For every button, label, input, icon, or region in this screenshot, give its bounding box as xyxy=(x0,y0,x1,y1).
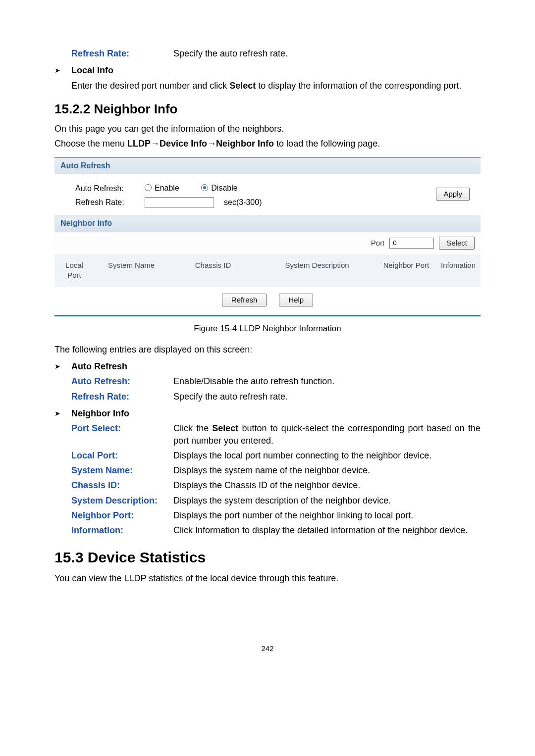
p-15-2-2-2: Choose the menu LLDP→Device Info→Neighbo… xyxy=(54,138,481,150)
radio-icon-disable xyxy=(201,184,208,191)
heading-local-info: Local Info xyxy=(71,64,113,76)
radio-icon-enable xyxy=(145,184,152,191)
bullet-icon: ➤ xyxy=(54,360,71,371)
radio-disable-label: Disable xyxy=(211,183,237,194)
local-info-bold: Select xyxy=(229,81,256,91)
select-button[interactable]: Select xyxy=(439,237,475,250)
term-system-name: System Name: xyxy=(71,464,173,476)
radio-enable[interactable]: Enable xyxy=(145,183,179,194)
desc-system-name: Displays the system name of the neighbor… xyxy=(173,464,481,476)
ps-pre: Click the xyxy=(173,423,212,433)
bullet-icon: ➤ xyxy=(54,407,71,418)
desc-refresh-rate: Specify the auto refresh rate. xyxy=(173,391,481,403)
desc-neighbor-port: Displays the port number of the neighbor… xyxy=(173,509,481,521)
refresh-button[interactable]: Refresh xyxy=(222,294,267,306)
port-input[interactable] xyxy=(389,238,434,249)
col-chassis-id: Chassis ID xyxy=(168,254,258,287)
local-info-pre: Enter the desired port number and click xyxy=(71,81,229,91)
page-number: 242 xyxy=(54,644,481,654)
col-system-name: System Name xyxy=(94,254,168,287)
col-information: Infomation xyxy=(436,254,481,287)
heading-auto-refresh: Auto Refresh xyxy=(71,360,127,372)
desc-refresh-rate-top: Specify the auto refresh rate. xyxy=(173,48,481,59)
help-button[interactable]: Help xyxy=(279,294,313,306)
panel-title-auto-refresh: Auto Refresh xyxy=(54,157,481,174)
label-auto-refresh: Auto Refresh: xyxy=(60,183,145,194)
hint-refresh-rate: sec(3-300) xyxy=(224,197,262,208)
input-refresh-rate[interactable] xyxy=(145,197,214,208)
col-local-port: Local Port xyxy=(54,254,94,287)
col-system-description: System Description xyxy=(258,254,376,287)
p-15-2-2-1: On this page you can get the information… xyxy=(54,123,481,135)
term-auto-refresh: Auto Refresh: xyxy=(71,375,173,387)
neighbor-table-header: Local Port System Name Chassis ID System… xyxy=(54,254,481,287)
desc-auto-refresh: Enable/Disable the auto refresh function… xyxy=(173,375,481,387)
term-chassis-id: Chassis ID: xyxy=(71,479,173,491)
panel-title-neighbor-info: Neighbor Info xyxy=(54,215,481,232)
local-info-post: to display the information of the corres… xyxy=(256,81,461,91)
term-refresh-rate: Refresh Rate: xyxy=(71,391,173,403)
ps-bold: Select xyxy=(212,423,238,433)
heading-neighbor-info: Neighbor Info xyxy=(71,407,129,419)
term-local-port: Local Port: xyxy=(71,450,173,461)
desc-system-description: Displays the system description of the n… xyxy=(173,495,481,506)
p2-pre: Choose the menu xyxy=(54,139,127,149)
apply-button[interactable]: Apply xyxy=(436,188,470,201)
p-15-3-1: You can view the LLDP statistics of the … xyxy=(54,572,481,584)
desc-chassis-id: Displays the Chassis ID of the neighbor … xyxy=(173,479,481,491)
bullet-icon: ➤ xyxy=(54,64,71,75)
label-refresh-rate: Refresh Rate: xyxy=(60,197,145,208)
radio-enable-label: Enable xyxy=(155,183,179,194)
term-system-description: System Description: xyxy=(71,495,173,506)
term-refresh-rate-top: Refresh Rate: xyxy=(71,48,173,59)
desc-local-port: Displays the local port number connectin… xyxy=(173,450,481,461)
heading-15-2-2: 15.2.2 Neighbor Info xyxy=(54,101,481,118)
port-label: Port xyxy=(371,238,385,248)
local-info-body: Enter the desired port number and click … xyxy=(71,80,481,92)
entries-intro: The following entries are displayed on t… xyxy=(54,344,481,355)
figure-caption: Figure 15-4 LLDP Neighbor Information xyxy=(54,323,481,335)
desc-port-select: Click the Select button to quick-select … xyxy=(173,422,481,447)
term-neighbor-port: Neighbor Port: xyxy=(71,509,173,521)
lldp-neighbor-screenshot: Auto Refresh Auto Refresh: Enable Disabl… xyxy=(54,157,481,316)
term-information: Information: xyxy=(71,524,173,536)
col-neighbor-port: Neighbor Port xyxy=(376,254,436,287)
desc-information: Click Information to display the detaile… xyxy=(173,524,481,536)
p2-post: to load the following page. xyxy=(274,139,380,149)
p2-bold: LLDP→Device Info→Neighbor Info xyxy=(127,139,274,149)
term-port-select: Port Select: xyxy=(71,422,173,447)
heading-15-3: 15.3 Device Statistics xyxy=(54,548,481,568)
radio-disable[interactable]: Disable xyxy=(201,183,237,194)
